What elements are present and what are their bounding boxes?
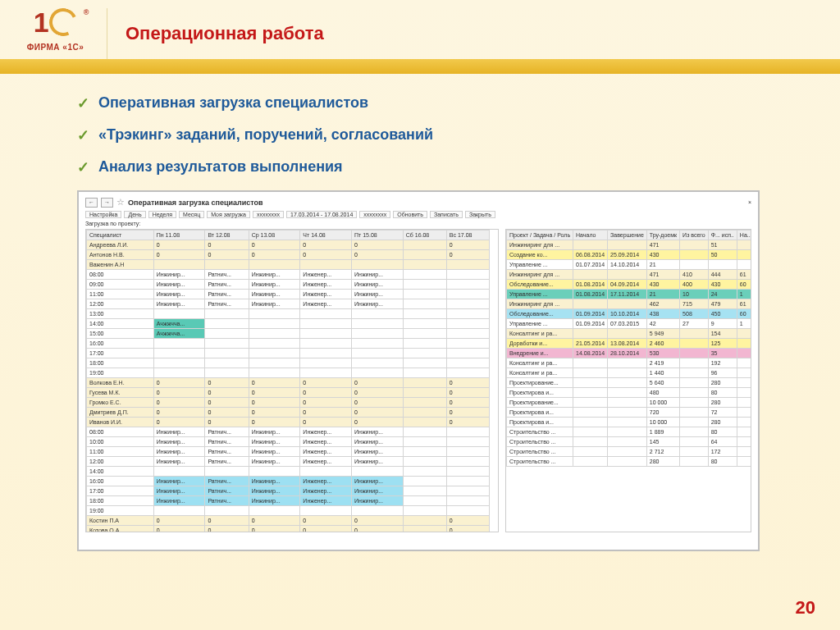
bullet-list: Оперативная загрузка специалистов «Трэки… xyxy=(77,94,804,176)
toolbar: НастройкаДеньНеделяМесяцМоя загрузкаxxxx… xyxy=(85,211,751,218)
toolbar-button[interactable]: Закрыть xyxy=(465,211,495,218)
nav-back-icon[interactable]: ← xyxy=(85,198,98,208)
toolbar-button[interactable]: xxxxxxxx xyxy=(359,211,390,218)
right-pane: Проект / Задача / РольНачалоЗавершениеТр… xyxy=(505,229,751,532)
bullet: Оперативная загрузка специалистов xyxy=(77,94,804,112)
toolbar-button[interactable]: Записать xyxy=(430,211,463,218)
slide-content: Оперативная загрузка специалистов «Трэки… xyxy=(77,94,804,551)
logo: ® 1 ФИРМА «1С» xyxy=(16,7,94,52)
header-band xyxy=(0,59,840,74)
window-title: Оперативная загрузка специалистов xyxy=(128,199,263,207)
slide-title: Операционная работа xyxy=(107,8,324,59)
toolbar-button[interactable]: Неделя xyxy=(148,211,176,218)
project-table[interactable]: Проект / Задача / РольНачалоЗавершениеТр… xyxy=(506,230,751,467)
toolbar-button[interactable]: День xyxy=(124,211,145,218)
schedule-table[interactable]: СпециалистПн 11.08Вт 12.08Ср 13.08Чт 14.… xyxy=(86,230,498,532)
toolbar-button[interactable]: xxxxxxxx xyxy=(253,211,284,218)
bullet: «Трэкинг» заданий, поручений, согласован… xyxy=(77,126,804,144)
toolbar-button[interactable]: 17.03.2014 - 17.08.2014 xyxy=(286,211,357,218)
left-pane: СпециалистПн 11.08Вт 12.08Ср 13.08Чт 14.… xyxy=(85,229,499,532)
window-titlebar: ← → ☆ Оперативная загрузка специалистов … xyxy=(85,197,751,208)
bullet: Анализ результатов выполнения xyxy=(77,158,804,176)
app-screenshot: ← → ☆ Оперативная загрузка специалистов … xyxy=(77,190,760,551)
toolbar-button[interactable]: Моя загрузка xyxy=(207,211,250,218)
toolbar-button[interactable]: Обновить xyxy=(393,211,427,218)
page-number: 20 xyxy=(796,597,815,619)
filter-label: Загрузка по проекту: xyxy=(85,221,751,226)
toolbar-button[interactable]: Настройка xyxy=(85,211,121,218)
toolbar-button[interactable]: Месяц xyxy=(179,211,204,218)
nav-fwd-icon[interactable]: → xyxy=(101,198,113,208)
close-icon[interactable]: × xyxy=(748,199,751,205)
favorite-icon[interactable]: ☆ xyxy=(116,197,125,208)
